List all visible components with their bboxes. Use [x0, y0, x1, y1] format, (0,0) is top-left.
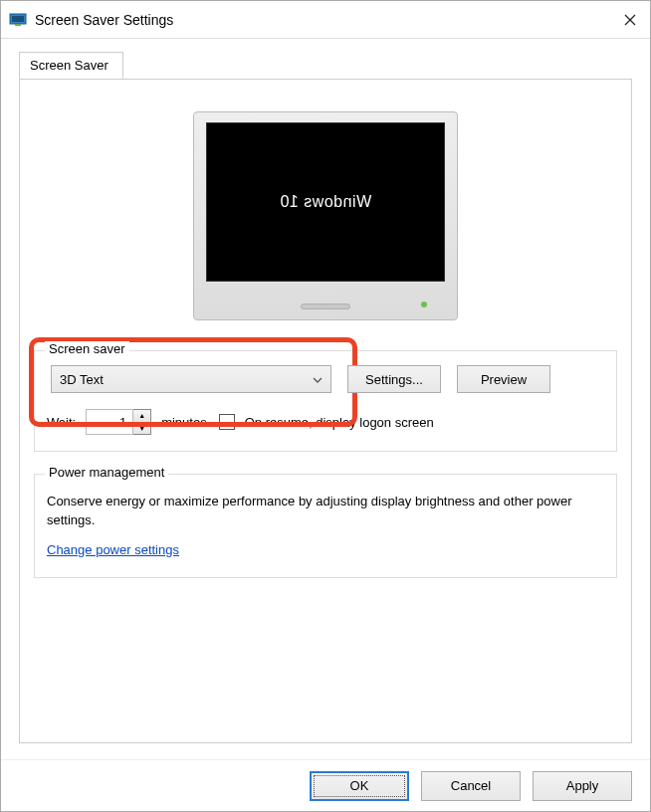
preview-button[interactable]: Preview: [457, 365, 550, 393]
power-group-label: Power management: [45, 465, 168, 480]
screensaver-selected-value: 3D Text: [60, 372, 313, 387]
apply-button[interactable]: Apply: [533, 771, 632, 801]
settings-button[interactable]: Settings...: [347, 365, 441, 393]
spinner-up[interactable]: ▲: [133, 410, 150, 423]
cancel-button[interactable]: Cancel: [421, 771, 521, 801]
preview-text: Windows 10: [280, 193, 371, 211]
power-group: Power management Conserve energy or maxi…: [34, 474, 617, 578]
wait-label: Wait:: [47, 415, 76, 430]
tab-panel: Windows 10 Screen saver 3D Text: [19, 79, 632, 743]
screensaver-select[interactable]: 3D Text: [51, 365, 331, 393]
screensaver-group: Screen saver 3D Text Settings... Preview…: [34, 350, 617, 452]
dialog-footer: OK Cancel Apply: [1, 759, 650, 811]
preview-area: Windows 10: [34, 94, 617, 332]
content-area: Screen Saver Windows 10 Screen saver 3D …: [1, 39, 650, 759]
wait-row: Wait: ▲ ▼ minutes On resume, display log…: [47, 409, 604, 435]
screensaver-settings-window: Screen Saver Settings Screen Saver Windo…: [0, 0, 651, 812]
change-power-settings-link[interactable]: Change power settings: [47, 542, 179, 557]
resume-label: On resume, display logon screen: [245, 415, 434, 430]
power-description: Conserve energy or maximize performance …: [47, 493, 604, 530]
wait-spinner: ▲ ▼: [86, 409, 151, 435]
wait-unit: minutes: [161, 415, 207, 430]
monitor-icon: [9, 11, 27, 29]
screensaver-group-label: Screen saver: [45, 341, 129, 356]
tab-screensaver[interactable]: Screen Saver: [19, 52, 123, 79]
ok-button[interactable]: OK: [310, 771, 409, 801]
screensaver-row: 3D Text Settings... Preview: [47, 365, 604, 393]
svg-rect-2: [15, 24, 21, 26]
tabstrip: Screen Saver: [19, 51, 632, 79]
wait-input[interactable]: [86, 409, 133, 435]
titlebar: Screen Saver Settings: [1, 1, 650, 39]
monitor-button: [301, 304, 350, 309]
preview-monitor: Windows 10: [193, 111, 458, 320]
resume-checkbox[interactable]: [219, 414, 235, 430]
resume-checkbox-wrap[interactable]: On resume, display logon screen: [219, 414, 434, 430]
monitor-led: [421, 302, 427, 307]
window-title: Screen Saver Settings: [35, 12, 610, 28]
chevron-down-icon: [313, 374, 323, 385]
preview-screen: Windows 10: [206, 122, 445, 282]
close-button[interactable]: [610, 1, 650, 39]
spinner-down[interactable]: ▼: [133, 423, 150, 435]
svg-rect-1: [12, 16, 24, 22]
